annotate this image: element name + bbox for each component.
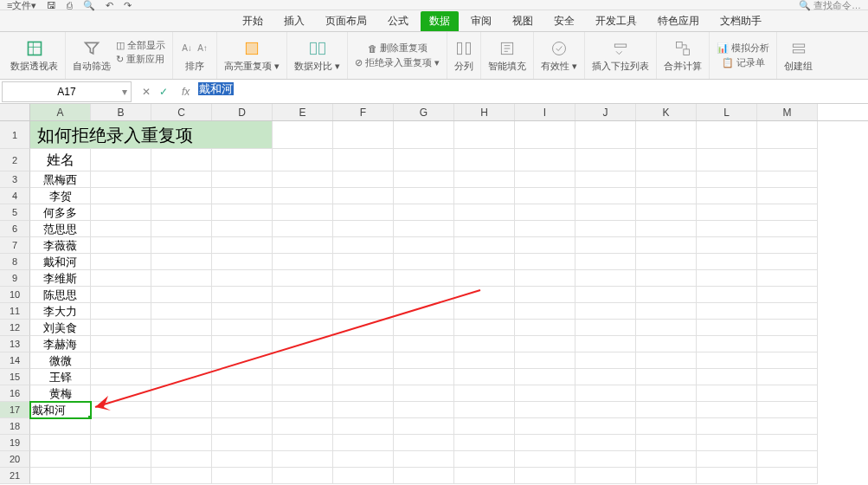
cell[interactable] <box>757 418 818 435</box>
cell[interactable] <box>757 451 818 468</box>
cell[interactable]: 李薇薇 <box>30 237 91 254</box>
cell[interactable] <box>757 385 818 402</box>
cell[interactable] <box>454 171 515 188</box>
cell[interactable] <box>636 270 697 287</box>
cell[interactable] <box>394 435 454 451</box>
cell[interactable] <box>212 385 273 402</box>
cell[interactable] <box>697 254 757 270</box>
cell[interactable] <box>636 237 697 254</box>
cell[interactable] <box>273 171 333 188</box>
row-header-15[interactable]: 15 <box>0 369 30 385</box>
cell[interactable] <box>757 402 818 418</box>
row-header-2[interactable]: 2 <box>0 149 30 171</box>
cell[interactable] <box>91 303 151 320</box>
print-icon[interactable]: ⎙ <box>67 0 73 10</box>
cell[interactable] <box>212 418 273 435</box>
cell[interactable] <box>757 171 818 188</box>
cell[interactable] <box>697 369 757 385</box>
cell[interactable] <box>697 171 757 188</box>
filter-icon[interactable] <box>82 39 101 58</box>
cell[interactable]: 何多多 <box>30 204 91 221</box>
cell[interactable] <box>575 385 636 402</box>
cell[interactable] <box>151 320 212 336</box>
cell[interactable] <box>91 188 151 204</box>
cell[interactable] <box>273 188 333 204</box>
cell[interactable] <box>636 385 697 402</box>
cell[interactable] <box>273 270 333 287</box>
cell[interactable] <box>454 287 515 303</box>
cell[interactable] <box>757 237 818 254</box>
cell[interactable] <box>212 336 273 352</box>
cell[interactable] <box>91 336 151 352</box>
cell[interactable] <box>273 254 333 270</box>
cell[interactable] <box>515 171 575 188</box>
cell[interactable] <box>454 451 515 468</box>
cell[interactable] <box>697 336 757 352</box>
cell[interactable] <box>575 188 636 204</box>
col-header-H[interactable]: H <box>454 104 515 120</box>
cell[interactable] <box>394 352 454 369</box>
cell[interactable]: 戴和河 <box>30 254 91 270</box>
cell[interactable] <box>333 451 394 468</box>
cell[interactable] <box>91 149 151 171</box>
consolidate-button[interactable]: 合并计算 <box>657 32 710 79</box>
tab-special[interactable]: 特色应用 <box>649 11 708 31</box>
cell[interactable] <box>515 320 575 336</box>
cell[interactable] <box>91 237 151 254</box>
cell[interactable] <box>697 121 757 149</box>
tab-insert[interactable]: 插入 <box>275 11 313 31</box>
cell[interactable] <box>697 303 757 320</box>
cell[interactable] <box>636 221 697 237</box>
cell[interactable] <box>454 221 515 237</box>
cell[interactable] <box>454 303 515 320</box>
cell[interactable] <box>91 171 151 188</box>
cell[interactable] <box>515 237 575 254</box>
smart-fill-button[interactable]: 智能填充 <box>481 32 534 79</box>
tab-doc-helper[interactable]: 文档助手 <box>711 11 770 31</box>
highlight-dup-button[interactable]: 高亮重复项 ▾ <box>217 32 287 79</box>
sort-asc-icon[interactable]: A↓ <box>180 39 194 58</box>
tab-view[interactable]: 视图 <box>504 11 542 31</box>
cell[interactable] <box>394 204 454 221</box>
cell[interactable] <box>394 221 454 237</box>
cell[interactable] <box>333 303 394 320</box>
cell[interactable] <box>697 435 757 451</box>
tab-security[interactable]: 安全 <box>545 11 583 31</box>
cell[interactable] <box>515 254 575 270</box>
record-button[interactable]: 📋记录单 <box>722 56 765 69</box>
cell[interactable] <box>212 171 273 188</box>
validity-button[interactable]: 有效性 ▾ <box>534 32 585 79</box>
cell[interactable] <box>212 237 273 254</box>
cell[interactable] <box>91 254 151 270</box>
row-header-10[interactable]: 10 <box>0 287 30 303</box>
cell[interactable] <box>333 402 394 418</box>
cell[interactable] <box>454 418 515 435</box>
cell[interactable] <box>394 369 454 385</box>
cell[interactable] <box>212 221 273 237</box>
cell[interactable] <box>333 221 394 237</box>
cell[interactable] <box>394 254 454 270</box>
cell[interactable] <box>333 369 394 385</box>
row-header-18[interactable]: 18 <box>0 418 30 435</box>
cell[interactable] <box>575 270 636 287</box>
row-header-13[interactable]: 13 <box>0 336 30 352</box>
cell[interactable] <box>697 352 757 369</box>
row-header-16[interactable]: 16 <box>0 385 30 402</box>
row-header-3[interactable]: 3 <box>0 171 30 188</box>
row-header-17[interactable]: 17 <box>0 402 30 418</box>
cell[interactable] <box>91 320 151 336</box>
cell[interactable] <box>454 336 515 352</box>
cell[interactable] <box>575 451 636 468</box>
group-button[interactable]: 创建组 <box>777 32 820 79</box>
cell[interactable]: 李赫海 <box>30 336 91 352</box>
cell[interactable] <box>151 352 212 369</box>
cell[interactable] <box>697 418 757 435</box>
cell[interactable] <box>151 287 212 303</box>
cell[interactable] <box>394 287 454 303</box>
formula-input[interactable]: 戴和河 <box>195 81 868 102</box>
cell[interactable] <box>515 451 575 468</box>
reject-dup-button[interactable]: ⊘拒绝录入重复项 ▾ <box>355 56 440 69</box>
col-header-K[interactable]: K <box>636 104 697 120</box>
cell[interactable] <box>757 221 818 237</box>
cell[interactable] <box>575 149 636 171</box>
